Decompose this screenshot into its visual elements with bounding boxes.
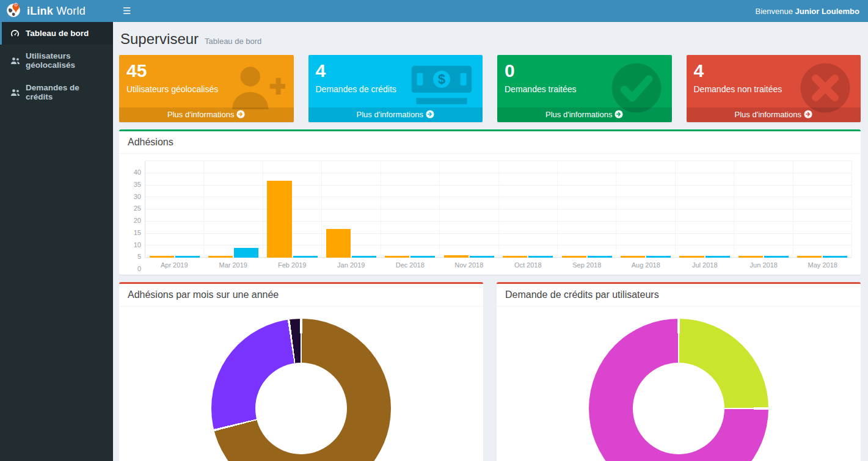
- x-tick-label: Jan 2019: [322, 261, 381, 269]
- y-tick-label: 30: [134, 193, 141, 200]
- bar-chart-plot-area: [145, 161, 852, 258]
- bar-adhesions-orange: [444, 255, 469, 258]
- user-plus-icon: [227, 61, 285, 115]
- donut-hole: [633, 363, 724, 454]
- bar-adhesions-cyan: [234, 248, 258, 258]
- page-title: Superviseur: [120, 31, 199, 48]
- bar-adhesions-orange: [621, 256, 645, 258]
- bar-adhesions-orange: [150, 256, 174, 258]
- more-info-link[interactable]: Plus d'informations: [119, 107, 294, 122]
- brand-logo[interactable]: $ iLink World: [0, 0, 113, 22]
- bar-adhesions-orange: [562, 256, 586, 258]
- x-tick-label: Nov 2018: [440, 261, 499, 269]
- donut-hole: [255, 363, 347, 454]
- money-icon: $: [409, 61, 474, 112]
- x-tick-label: Apr 2019: [145, 261, 204, 269]
- adhesions-chart-body: 0510152025303540 Apr 2019Mar 2019Feb 201…: [119, 154, 861, 275]
- stat-boxes-row: 45Utilisateurs géolocalisésPlus d'inform…: [119, 55, 861, 122]
- donut-chart-credits: [589, 319, 768, 461]
- bar-group-apr-2019: [145, 161, 204, 258]
- sidebar-item-utilisateurs-geolocalises[interactable]: Utilisateurs géolocalisés: [0, 45, 113, 76]
- y-tick-label: 15: [134, 229, 141, 236]
- adhesions-bar-chart: 0510152025303540 Apr 2019Mar 2019Feb 201…: [128, 161, 852, 269]
- x-tick-label: Mar 2019: [204, 261, 263, 269]
- welcome-text: Bienvenue Junior Loulembo: [755, 7, 868, 16]
- bar-adhesions-orange: [503, 256, 527, 258]
- bar-adhesions-orange: [739, 256, 763, 258]
- stat-box: 4Demandes non traitéesPlus d'information…: [687, 55, 861, 122]
- bar-group-dec-2018: [381, 161, 440, 258]
- bar-chart-x-labels: Apr 2019Mar 2019Feb 2019Jan 2019Dec 2018…: [145, 258, 852, 269]
- users-icon: [10, 57, 20, 65]
- sidebar-menu: Tableau de bordUtilisateurs géolocalisés…: [0, 22, 113, 108]
- users-icon: [10, 89, 20, 96]
- sidebar-item-label: Demandes de crédits: [26, 83, 106, 101]
- more-info-label: Plus d'informations: [545, 110, 612, 119]
- bar-group-jun-2018: [734, 161, 793, 258]
- sidebar-item-demandes-de-credits[interactable]: Demandes de crédits: [0, 76, 113, 108]
- bar-adhesions-cyan: [352, 256, 376, 258]
- bar-adhesions-cyan: [764, 256, 789, 258]
- x-tick-label: Feb 2019: [263, 261, 322, 269]
- stat-box: 45Utilisateurs géolocalisésPlus d'inform…: [119, 55, 294, 122]
- bar-adhesions-cyan: [588, 256, 612, 258]
- hamburger-icon[interactable]: ☰: [113, 0, 140, 22]
- bar-adhesions-cyan: [175, 256, 200, 258]
- x-tick-label: Aug 2018: [616, 261, 676, 269]
- donut-chart-adhesions: [211, 319, 391, 461]
- bar-adhesions-cyan: [823, 256, 847, 258]
- y-tick-label: 20: [134, 217, 141, 224]
- brand-title: iLink World: [27, 5, 86, 18]
- x-tick-label: Jun 2018: [734, 261, 793, 269]
- bar-adhesions-orange: [797, 256, 822, 258]
- credits-donut-title: Demande de crédits par utilisateurs: [497, 284, 861, 307]
- more-info-link[interactable]: Plus d'informations: [497, 107, 672, 122]
- y-tick-label: 10: [134, 241, 141, 249]
- arrow-circle-right-icon: [615, 110, 623, 119]
- bar-group-jan-2019: [322, 161, 381, 258]
- bar-adhesions-cyan: [470, 256, 494, 258]
- bar-adhesions-cyan: [528, 256, 553, 258]
- bar-group-may-2018: [793, 161, 852, 258]
- y-tick-label: 0: [137, 265, 141, 272]
- more-info-link[interactable]: Plus d'informations: [687, 107, 861, 122]
- x-tick-label: Oct 2018: [498, 261, 558, 269]
- adhesions-donut-box: Adhésions par mois sur une année: [119, 282, 483, 461]
- bar-adhesions-cyan: [410, 256, 435, 258]
- sidebar-item-label: Tableau de bord: [26, 29, 89, 38]
- more-info-label: Plus d'informations: [357, 110, 423, 119]
- adhesions-chart-title: Adhésions: [119, 131, 861, 154]
- bar-adhesions-orange: [679, 256, 704, 258]
- sidebar-item-tableau-de-bord[interactable]: Tableau de bord: [0, 22, 113, 45]
- y-tick-label: 25: [134, 205, 141, 212]
- bar-group-sep-2018: [558, 161, 616, 258]
- bar-adhesions-orange: [385, 256, 409, 258]
- stat-box: 4Demandes de crédits$Plus d'informations: [308, 55, 483, 122]
- globe-pin-icon: $: [6, 2, 22, 20]
- bar-group-oct-2018: [499, 161, 558, 258]
- adhesions-chart-box: Adhésions 0510152025303540 Apr 2019Mar 2…: [119, 129, 861, 275]
- page-header: Superviseur Tableau de bord: [119, 28, 861, 55]
- arrow-circle-right-icon: [804, 110, 812, 119]
- x-tick-label: Sep 2018: [558, 261, 617, 269]
- bar-group-jul-2018: [676, 161, 734, 258]
- bar-adhesions-orange: [326, 229, 351, 258]
- y-tick-label: 5: [137, 253, 141, 260]
- adhesions-donut-title: Adhésions par mois sur une année: [119, 284, 483, 307]
- bar-adhesions-cyan: [293, 256, 318, 258]
- x-tick-label: Jul 2018: [676, 261, 735, 269]
- bar-adhesions-cyan: [646, 256, 671, 258]
- bar-group-feb-2019: [263, 161, 322, 258]
- bar-group-aug-2018: [616, 161, 675, 258]
- more-info-label: Plus d'informations: [167, 110, 234, 119]
- svg-text:$: $: [438, 71, 445, 87]
- bar-adhesions-cyan: [706, 256, 730, 258]
- arrow-circle-right-icon: [236, 110, 245, 119]
- y-tick-label: 35: [134, 181, 141, 188]
- sidebar: Tableau de bordUtilisateurs géolocalisés…: [0, 22, 113, 461]
- bar-chart-y-axis: 0510152025303540: [128, 161, 145, 269]
- main-content: Superviseur Tableau de bord 45Utilisateu…: [113, 22, 868, 461]
- bar-adhesions-orange: [267, 181, 291, 258]
- more-info-link[interactable]: Plus d'informations: [308, 107, 483, 122]
- bar-group-mar-2019: [204, 161, 263, 258]
